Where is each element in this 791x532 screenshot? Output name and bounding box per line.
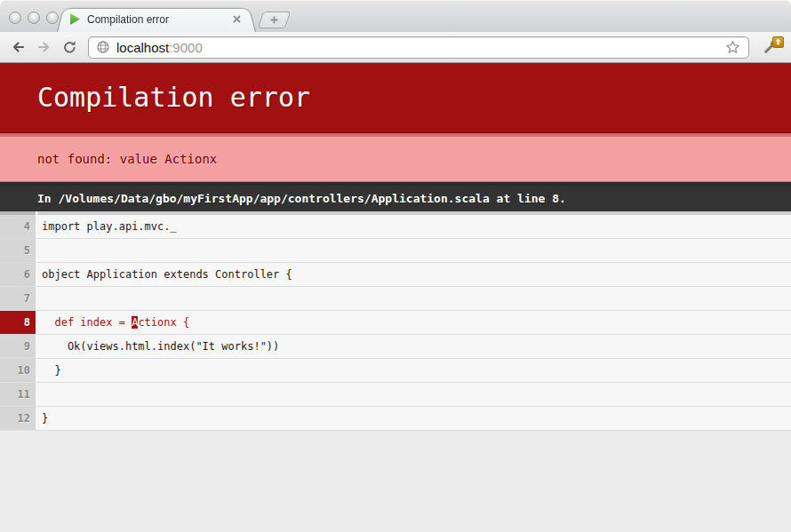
plus-icon [270,16,278,24]
line-number: 7 [0,287,36,310]
window-minimize-button[interactable] [28,12,40,24]
update-badge-icon [772,36,784,48]
line-number: 6 [0,263,36,286]
tab-content: Compilation error [68,6,245,32]
line-number: 10 [0,359,36,382]
code-line: 11 [0,383,791,407]
window-zoom-button[interactable] [46,12,59,24]
url-host: localhost [116,40,169,55]
tab-close-icon[interactable] [230,12,244,26]
forward-arrow-icon [36,40,52,54]
code-text [37,239,791,262]
error-location: In /Volumes/Data/gbo/myFirstApp/app/cont… [0,182,791,211]
window-close-button[interactable] [9,12,21,24]
code-text [37,287,791,310]
line-number: 11 [0,383,36,406]
reload-button[interactable] [58,36,81,59]
code-line: 6object Application extends Controller { [0,263,791,287]
line-number: 5 [0,239,36,262]
error-message: not found: value Actionx [0,133,791,182]
tab-title: Compilation error [87,13,169,26]
code-line: 5 [0,239,791,263]
window-controls [9,12,59,24]
address-bar[interactable]: localhost:9000 [88,36,749,59]
line-number: 12 [0,407,36,430]
error-page: Compilation error not found: value Actio… [0,63,791,431]
browser-tab[interactable]: Compilation error [68,6,245,32]
bookmark-star-icon[interactable] [725,40,740,54]
new-tab-button[interactable] [258,12,292,28]
toolbar: localhost:9000 [0,32,791,63]
code-text: def index = Actionx { [37,311,791,334]
line-number: 4 [0,211,36,238]
wrench-menu-button[interactable] [756,36,785,60]
line-number: 8 [0,311,36,334]
code-text: } [37,359,791,382]
error-marker: A [132,316,138,329]
tab-strip: Compilation error [0,0,791,32]
forward-button[interactable] [32,36,55,59]
back-button[interactable] [6,36,29,59]
code-line: 7 [0,287,791,311]
code-line: 10 } [0,359,791,383]
code-text: Ok(views.html.index("It works!")) [37,335,791,358]
code-line: 8 def index = Actionx { [0,311,791,335]
browser-window: Compilation error [0,0,791,532]
reload-icon [62,40,77,55]
back-arrow-icon [11,40,26,54]
code-line: 12} [0,407,791,431]
code-listing: 4import play.api.mvc._56object Applicati… [0,211,791,431]
url-text[interactable]: localhost:9000 [116,40,203,55]
line-number: 9 [0,335,36,358]
globe-icon[interactable] [97,41,109,53]
code-line: 9 Ok(views.html.index("It works!")) [0,335,791,359]
code-text: import play.api.mvc._ [37,211,791,238]
code-line: 4import play.api.mvc._ [0,211,791,239]
code-text: } [37,407,791,430]
page-title: Compilation error [0,63,791,133]
play-favicon-icon [69,12,81,26]
code-text [37,383,791,406]
url-port: :9000 [169,40,203,55]
code-text: object Application extends Controller { [37,263,791,286]
